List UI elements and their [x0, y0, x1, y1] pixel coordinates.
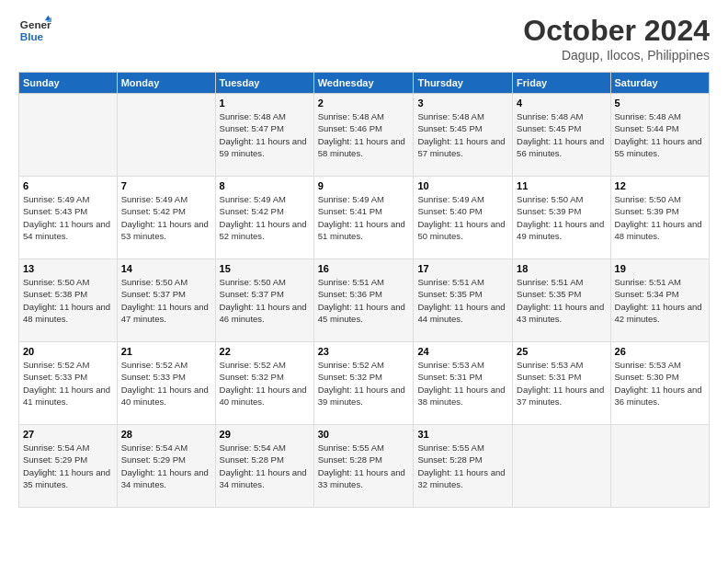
- calendar-cell: 23Sunrise: 5:52 AM Sunset: 5:32 PM Dayli…: [313, 342, 414, 425]
- weekday-header: Monday: [117, 73, 215, 94]
- weekday-header: Saturday: [610, 73, 709, 94]
- day-info: Sunrise: 5:53 AM Sunset: 5:30 PM Dayligh…: [615, 359, 705, 408]
- day-info: Sunrise: 5:48 AM Sunset: 5:47 PM Dayligh…: [220, 110, 310, 159]
- day-number: 26: [615, 346, 705, 357]
- day-number: 31: [417, 429, 508, 440]
- logo-icon: General Blue: [18, 14, 51, 47]
- day-info: Sunrise: 5:52 AM Sunset: 5:33 PM Dayligh…: [23, 359, 113, 408]
- day-number: 6: [23, 180, 113, 191]
- day-number: 24: [417, 346, 508, 357]
- day-number: 28: [121, 429, 211, 440]
- day-info: Sunrise: 5:51 AM Sunset: 5:36 PM Dayligh…: [318, 276, 410, 325]
- weekday-header-row: SundayMondayTuesdayWednesdayThursdayFrid…: [19, 73, 710, 94]
- calendar-table: SundayMondayTuesdayWednesdayThursdayFrid…: [18, 72, 710, 508]
- day-info: Sunrise: 5:55 AM Sunset: 5:28 PM Dayligh…: [318, 442, 410, 490]
- day-number: 9: [318, 180, 410, 191]
- day-number: 30: [318, 429, 410, 440]
- calendar-cell: [513, 425, 610, 508]
- day-number: 8: [220, 180, 310, 191]
- day-info: Sunrise: 5:49 AM Sunset: 5:42 PM Dayligh…: [121, 193, 211, 242]
- day-info: Sunrise: 5:50 AM Sunset: 5:38 PM Dayligh…: [23, 276, 113, 325]
- svg-text:Blue: Blue: [20, 30, 44, 42]
- calendar-cell: 16Sunrise: 5:51 AM Sunset: 5:36 PM Dayli…: [313, 259, 414, 342]
- weekday-header: Sunday: [19, 73, 118, 94]
- day-info: Sunrise: 5:53 AM Sunset: 5:31 PM Dayligh…: [517, 359, 606, 408]
- day-number: 1: [220, 98, 310, 109]
- day-number: 3: [417, 98, 508, 109]
- calendar-cell: 29Sunrise: 5:54 AM Sunset: 5:28 PM Dayli…: [215, 425, 313, 508]
- calendar-cell: 5Sunrise: 5:48 AM Sunset: 5:44 PM Daylig…: [610, 94, 709, 177]
- calendar-cell: 19Sunrise: 5:51 AM Sunset: 5:34 PM Dayli…: [610, 259, 709, 342]
- month-title: October 2024: [523, 14, 710, 48]
- day-info: Sunrise: 5:52 AM Sunset: 5:32 PM Dayligh…: [220, 359, 310, 408]
- day-info: Sunrise: 5:54 AM Sunset: 5:29 PM Dayligh…: [121, 442, 211, 490]
- day-info: Sunrise: 5:50 AM Sunset: 5:37 PM Dayligh…: [220, 276, 310, 325]
- calendar-cell: 26Sunrise: 5:53 AM Sunset: 5:30 PM Dayli…: [610, 342, 709, 425]
- calendar-week-row: 1Sunrise: 5:48 AM Sunset: 5:47 PM Daylig…: [19, 94, 710, 177]
- calendar-week-row: 27Sunrise: 5:54 AM Sunset: 5:29 PM Dayli…: [19, 425, 710, 508]
- calendar-cell: 20Sunrise: 5:52 AM Sunset: 5:33 PM Dayli…: [19, 342, 118, 425]
- day-info: Sunrise: 5:50 AM Sunset: 5:39 PM Dayligh…: [517, 193, 606, 242]
- day-number: 17: [417, 263, 508, 274]
- calendar-week-row: 13Sunrise: 5:50 AM Sunset: 5:38 PM Dayli…: [19, 259, 710, 342]
- calendar-cell: 31Sunrise: 5:55 AM Sunset: 5:28 PM Dayli…: [414, 425, 513, 508]
- day-info: Sunrise: 5:48 AM Sunset: 5:45 PM Dayligh…: [517, 110, 606, 159]
- calendar-cell: 15Sunrise: 5:50 AM Sunset: 5:37 PM Dayli…: [215, 259, 313, 342]
- weekday-header: Wednesday: [313, 73, 414, 94]
- calendar-cell: 8Sunrise: 5:49 AM Sunset: 5:42 PM Daylig…: [215, 177, 313, 259]
- day-info: Sunrise: 5:49 AM Sunset: 5:40 PM Dayligh…: [417, 193, 508, 242]
- calendar-cell: 25Sunrise: 5:53 AM Sunset: 5:31 PM Dayli…: [513, 342, 610, 425]
- calendar-week-row: 20Sunrise: 5:52 AM Sunset: 5:33 PM Dayli…: [19, 342, 710, 425]
- calendar-cell: 17Sunrise: 5:51 AM Sunset: 5:35 PM Dayli…: [414, 259, 513, 342]
- day-info: Sunrise: 5:49 AM Sunset: 5:42 PM Dayligh…: [220, 193, 310, 242]
- day-number: 22: [220, 346, 310, 357]
- day-number: 5: [615, 98, 705, 109]
- calendar-cell: 22Sunrise: 5:52 AM Sunset: 5:32 PM Dayli…: [215, 342, 313, 425]
- day-number: 19: [615, 263, 705, 274]
- weekday-header: Friday: [513, 73, 610, 94]
- calendar-cell: 30Sunrise: 5:55 AM Sunset: 5:28 PM Dayli…: [313, 425, 414, 508]
- calendar-cell: 2Sunrise: 5:48 AM Sunset: 5:46 PM Daylig…: [313, 94, 414, 177]
- day-info: Sunrise: 5:54 AM Sunset: 5:28 PM Dayligh…: [220, 442, 310, 490]
- day-number: 12: [615, 180, 705, 191]
- title-block: October 2024 Dagup, Ilocos, Philippines: [523, 14, 710, 63]
- calendar-cell: 18Sunrise: 5:51 AM Sunset: 5:35 PM Dayli…: [513, 259, 610, 342]
- day-number: 10: [417, 180, 508, 191]
- day-info: Sunrise: 5:52 AM Sunset: 5:33 PM Dayligh…: [121, 359, 211, 408]
- calendar-cell: 11Sunrise: 5:50 AM Sunset: 5:39 PM Dayli…: [513, 177, 610, 259]
- calendar-cell: 3Sunrise: 5:48 AM Sunset: 5:45 PM Daylig…: [414, 94, 513, 177]
- calendar-cell: 7Sunrise: 5:49 AM Sunset: 5:42 PM Daylig…: [117, 177, 215, 259]
- calendar-cell: 12Sunrise: 5:50 AM Sunset: 5:39 PM Dayli…: [610, 177, 709, 259]
- day-info: Sunrise: 5:54 AM Sunset: 5:29 PM Dayligh…: [23, 442, 113, 490]
- day-number: 15: [220, 263, 310, 274]
- day-info: Sunrise: 5:48 AM Sunset: 5:44 PM Dayligh…: [615, 110, 705, 159]
- subtitle: Dagup, Ilocos, Philippines: [523, 48, 710, 63]
- day-number: 16: [318, 263, 410, 274]
- day-info: Sunrise: 5:51 AM Sunset: 5:35 PM Dayligh…: [517, 276, 606, 325]
- day-info: Sunrise: 5:50 AM Sunset: 5:39 PM Dayligh…: [615, 193, 705, 242]
- day-number: 20: [23, 346, 113, 357]
- weekday-header: Tuesday: [215, 73, 313, 94]
- day-number: 29: [220, 429, 310, 440]
- day-info: Sunrise: 5:50 AM Sunset: 5:37 PM Dayligh…: [121, 276, 211, 325]
- day-number: 23: [318, 346, 410, 357]
- day-number: 13: [23, 263, 113, 274]
- day-number: 21: [121, 346, 211, 357]
- calendar-cell: 6Sunrise: 5:49 AM Sunset: 5:43 PM Daylig…: [19, 177, 118, 259]
- calendar-cell: 24Sunrise: 5:53 AM Sunset: 5:31 PM Dayli…: [414, 342, 513, 425]
- calendar-page: General Blue October 2024 Dagup, Ilocos,…: [0, 0, 728, 563]
- day-number: 7: [121, 180, 211, 191]
- weekday-header: Thursday: [414, 73, 513, 94]
- calendar-cell: 9Sunrise: 5:49 AM Sunset: 5:41 PM Daylig…: [313, 177, 414, 259]
- day-info: Sunrise: 5:51 AM Sunset: 5:35 PM Dayligh…: [417, 276, 508, 325]
- logo: General Blue: [18, 14, 51, 47]
- calendar-cell: 27Sunrise: 5:54 AM Sunset: 5:29 PM Dayli…: [19, 425, 118, 508]
- day-info: Sunrise: 5:53 AM Sunset: 5:31 PM Dayligh…: [417, 359, 508, 408]
- day-number: 18: [517, 263, 606, 274]
- calendar-cell: 4Sunrise: 5:48 AM Sunset: 5:45 PM Daylig…: [513, 94, 610, 177]
- calendar-cell: [117, 94, 215, 177]
- day-info: Sunrise: 5:49 AM Sunset: 5:41 PM Dayligh…: [318, 193, 410, 242]
- day-number: 25: [517, 346, 606, 357]
- day-info: Sunrise: 5:48 AM Sunset: 5:46 PM Dayligh…: [318, 110, 410, 159]
- day-number: 11: [517, 180, 606, 191]
